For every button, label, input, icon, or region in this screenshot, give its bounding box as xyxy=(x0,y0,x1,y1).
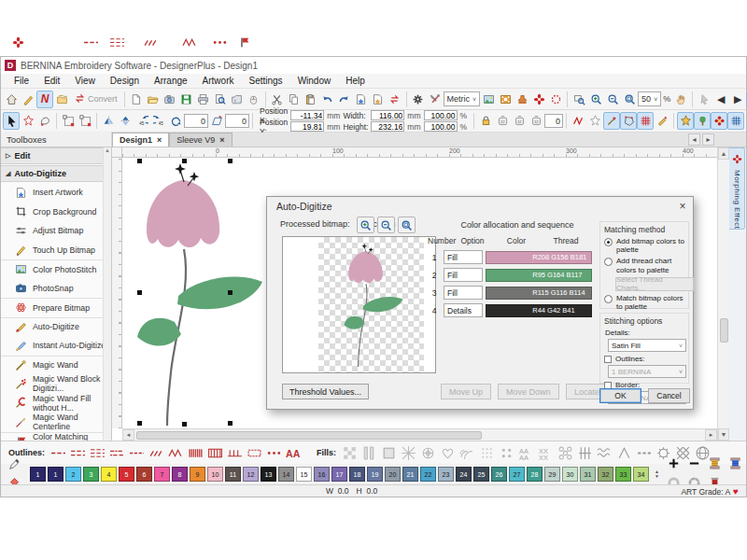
undo-icon[interactable] xyxy=(319,91,336,108)
eyedropper-icon[interactable] xyxy=(7,456,22,472)
f-dash-icon[interactable] xyxy=(634,444,654,461)
pen-drag-icon[interactable] xyxy=(654,112,670,130)
f-lace-icon[interactable] xyxy=(556,444,575,461)
canvas-vertical-scrollbar[interactable]: ▲ ▼ xyxy=(717,147,729,441)
menu-item[interactable]: Edit xyxy=(36,75,67,87)
palette-swatch[interactable]: 11 xyxy=(225,467,241,482)
tools-icon[interactable] xyxy=(427,91,444,108)
carving-icon[interactable] xyxy=(547,91,564,108)
palette-swatch[interactable]: 21 xyxy=(402,467,418,482)
vscroll-thumb[interactable] xyxy=(720,318,728,343)
morph-icon[interactable] xyxy=(530,91,547,108)
canvas-horizontal-scrollbar[interactable]: ◂ ▸ xyxy=(122,428,717,441)
docked-tab[interactable]: Morphing Effect xyxy=(729,147,745,230)
details-select[interactable]: Satin Fill˅ xyxy=(608,339,686,352)
stamp-icon[interactable] xyxy=(514,91,530,108)
threshold-values-button[interactable]: Threshold Values... xyxy=(282,384,369,399)
palette-swatch[interactable]: 24 xyxy=(456,467,472,482)
palette-swatch[interactable]: 15 xyxy=(296,467,312,482)
menu-item[interactable]: Design xyxy=(103,75,147,87)
swap-colors-icon[interactable] xyxy=(387,91,403,108)
palette-swatch[interactable]: 3 xyxy=(83,467,99,482)
paste-icon[interactable] xyxy=(303,91,319,108)
scroll-right-icon[interactable]: ▸ xyxy=(705,429,717,441)
option-select[interactable]: Fill xyxy=(444,250,483,264)
palette-swatch[interactable]: 34 xyxy=(633,467,649,482)
o-aa-icon[interactable]: AA xyxy=(284,444,303,461)
spool-b-icon[interactable] xyxy=(726,455,745,472)
zoom-fit-icon[interactable] xyxy=(398,217,416,233)
artwork-page-icon[interactable] xyxy=(353,91,370,108)
ok-button[interactable]: OK xyxy=(599,388,641,403)
move-button[interactable]: Move Up xyxy=(441,384,491,399)
palette-swatch[interactable]: 16 xyxy=(314,467,330,482)
stitch-value-input[interactable] xyxy=(544,114,563,128)
film-icon[interactable] xyxy=(497,91,514,108)
palette-swatch[interactable]: 30 xyxy=(562,467,578,482)
palette-swatch[interactable]: 17 xyxy=(331,467,347,482)
tree-icon[interactable] xyxy=(694,112,711,130)
toolbox-section-auto-digitize[interactable]: ◢Auto-Digitize xyxy=(1,165,111,182)
height-input[interactable] xyxy=(371,121,404,132)
f-wave-icon[interactable] xyxy=(595,444,614,461)
print-preview-icon[interactable] xyxy=(212,91,229,108)
menu-item[interactable]: Window xyxy=(290,75,339,87)
f-xx-icon[interactable]: XXXX xyxy=(536,444,556,461)
f-heart-icon[interactable] xyxy=(438,444,458,461)
palette-spinner[interactable]: ▲▼ xyxy=(655,469,659,479)
o-stem-icon[interactable] xyxy=(147,444,166,461)
toolbox-item[interactable]: Auto-Digitize xyxy=(1,317,111,337)
palette-swatch[interactable]: 29 xyxy=(544,467,560,482)
toolbox-item[interactable]: Magic Wand Fill without H... xyxy=(1,394,111,413)
outlines-checkbox[interactable]: Outlines: xyxy=(604,355,684,363)
toolbox-item[interactable]: Crop Background xyxy=(1,203,111,222)
stopwatch-icon[interactable]: 12 xyxy=(494,112,511,130)
star-outline-icon[interactable] xyxy=(586,112,603,130)
radio-match-bitmap-colors[interactable]: Match bitmap colors to palette xyxy=(604,294,684,311)
tab-close-icon[interactable]: × xyxy=(157,135,162,145)
option-select[interactable]: Fill xyxy=(444,268,483,282)
toolbox-item[interactable]: Prepare Bitmap xyxy=(1,298,111,317)
palette-swatch[interactable]: 4 xyxy=(101,467,117,482)
palette-swatch[interactable]: 33 xyxy=(615,467,631,482)
design-mode-icon[interactable]: N xyxy=(36,91,53,108)
menu-item[interactable]: Arrange xyxy=(147,75,195,87)
palette-swatch[interactable]: 6 xyxy=(136,467,152,482)
hscroll-thumb[interactable] xyxy=(136,431,482,440)
nav-disabled-icon[interactable] xyxy=(696,91,712,108)
palette-swatch[interactable]: 1 xyxy=(48,467,63,482)
menu-item[interactable]: Help xyxy=(338,75,373,87)
plus-icon[interactable] xyxy=(665,455,684,472)
toolbox-item[interactable]: Insert Artwork xyxy=(1,183,111,203)
prev-icon[interactable]: ◀ xyxy=(712,91,729,108)
rotate-ccw45-icon[interactable]: 45 xyxy=(134,112,150,130)
scroll-down-icon[interactable]: ▼ xyxy=(718,428,729,441)
flower-red-icon[interactable] xyxy=(711,112,727,130)
palette-swatch[interactable]: 7 xyxy=(154,467,170,482)
insert-artwork-icon[interactable] xyxy=(162,91,178,108)
tab-scroll-right-icon[interactable]: ▸ xyxy=(702,133,714,146)
palette-swatch[interactable]: 2 xyxy=(65,467,81,482)
f-dots-icon[interactable] xyxy=(497,444,516,461)
stopwatch-icon[interactable]: 12 xyxy=(528,112,544,130)
palette-swatch[interactable]: 1 xyxy=(30,467,46,482)
save-icon[interactable] xyxy=(178,91,195,108)
palette-swatch[interactable]: 9 xyxy=(190,467,205,482)
zigzag-icon[interactable] xyxy=(570,112,586,130)
rotate-icon[interactable] xyxy=(167,112,184,130)
move-button[interactable]: Move Down xyxy=(498,384,559,399)
toolbox-section-edit[interactable]: ▷Edit xyxy=(1,147,111,164)
spool-a-icon[interactable] xyxy=(706,455,725,472)
f-arcs-icon[interactable] xyxy=(458,444,477,461)
toolbox-item[interactable]: Touch Up Bitmap xyxy=(1,241,111,260)
tab-scroll-left-icon[interactable]: ◂ xyxy=(688,133,700,146)
new-icon[interactable] xyxy=(128,91,145,108)
polygon-node-icon[interactable] xyxy=(620,112,637,130)
reshape-icon[interactable] xyxy=(60,112,77,130)
units-select[interactable]: Metric˅ xyxy=(444,91,481,106)
toolbox-item[interactable]: Color PhotoStitch xyxy=(1,259,111,279)
zoom-fit-icon[interactable] xyxy=(621,91,638,108)
palette-swatch[interactable]: 32 xyxy=(598,467,613,482)
open-icon[interactable] xyxy=(145,91,162,108)
color-swatch-bar[interactable]: R115 G116 B114 xyxy=(486,287,592,300)
